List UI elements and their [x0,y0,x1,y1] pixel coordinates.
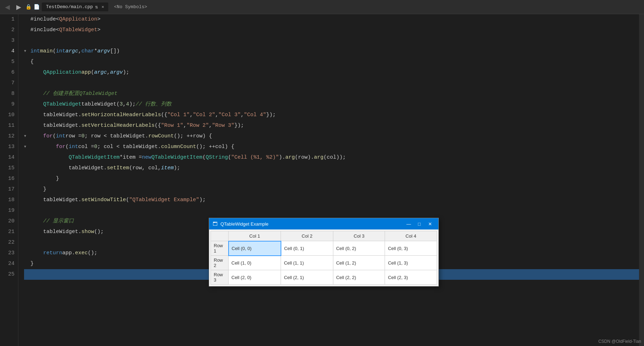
table-header-col2: Col 2 [281,231,333,241]
code-line-19 [24,205,639,216]
code-line-4: ▼ int main(int argc, char *argv[]) [24,46,639,57]
table-cell-0-1[interactable]: Cell (0, 1) [281,241,333,256]
code-line-12: ▼ for (int row = 0; row < tableWidget.ro… [24,131,639,142]
line-num-4: 4 [0,46,15,57]
line-num-2: 2 [0,25,15,35]
line-num-13: 13 [0,142,15,152]
code-line-7 [24,78,639,89]
code-line-8: // 创建并配置QTableWidget [24,89,639,99]
line-num-12: 12 [0,131,15,142]
table-row: Row 3 Cell (2, 0) Cell (2, 1) Cell (2, 2… [211,270,437,285]
table-cell-2-1[interactable]: Cell (2, 1) [281,270,333,285]
code-line-1: #include <QApplication> [24,14,639,25]
line-num-23: 23 [0,248,15,259]
line-num-6: 6 [0,67,15,78]
line-num-15: 15 [0,163,15,174]
table-row: Row 1 Cell (0, 0) Cell (0, 1) Cell (0, 2… [211,241,437,256]
line-num-7: 7 [0,78,15,89]
tab-arrows-icon[interactable]: ⇅ [95,4,98,10]
code-line-10: tableWidget.setHorizontalHeaderLabels({"… [24,110,639,120]
table-cell-2-0[interactable]: Cell (2, 0) [229,270,281,285]
table-header-col1: Col 1 [229,231,281,241]
file-tab-name: TestDemo/main.cpp [46,4,93,10]
line-num-17: 17 [0,184,15,195]
line-num-16: 16 [0,174,15,184]
line-num-22: 22 [0,237,15,248]
row-header-3: Row 3 [211,270,229,285]
row-header-2: Row 2 [211,256,229,270]
code-line-11: tableWidget.setVerticalHeaderLabels({"Ro… [24,120,639,131]
table-header-col4: Col 4 [385,231,437,241]
table-cell-0-3[interactable]: Cell (0, 3) [385,241,437,256]
win-minimize-button[interactable]: — [404,219,414,229]
code-editor[interactable]: #include <QApplication> #include <QTable… [18,14,639,346]
line-num-21: 21 [0,227,15,237]
code-line-9: QTableWidget tableWidget(3, 4); // 行数、列数 [24,99,639,110]
table-cell-0-2[interactable]: Cell (0, 2) [333,241,385,256]
forward-button[interactable]: ▶ [14,2,23,12]
line-num-20: 20 [0,216,15,227]
symbols-label: <No Symbols> [114,4,147,10]
line-numbers: 1 2 3 4 5 6 7 8 9 10 11 12 13 14 15 16 1… [0,14,18,346]
file-tab[interactable]: TestDemo/main.cpp ⇅ ✕ [42,2,108,11]
table-cell-1-1[interactable]: Cell (1, 1) [281,256,333,270]
line-num-9: 9 [0,99,15,110]
watermark: CSDN @OldField-Tian [598,339,641,344]
fold-arrow-13[interactable]: ▼ [24,142,30,152]
fold-arrow-12[interactable]: ▼ [24,131,30,142]
table-cell-0-0[interactable]: Cell (0, 0) [229,241,281,256]
table-cell-1-3[interactable]: Cell (1, 3) [385,256,437,270]
toolbar: ◀ ▶ 🔒 📄 TestDemo/main.cpp ⇅ ✕ <No Symbol… [0,0,644,14]
code-line-13: ▼ for (int col = 0; col < tableWidget.co… [24,142,639,152]
table-cell-2-3[interactable]: Cell (2, 3) [385,270,437,285]
right-panel [639,14,644,346]
lock-icon: 🔒 [25,4,31,10]
table-cell-2-2[interactable]: Cell (2, 2) [333,270,385,285]
win-table: Col 1 Col 2 Col 3 Col 4 Row 1 Cell (0, 0… [211,231,437,285]
back-button[interactable]: ◀ [3,2,12,12]
code-line-6: QApplication app(argc, argv); [24,67,639,78]
win-titlebar: 🗔 QTableWidget Example — □ ✕ [209,218,438,229]
win-table-wrapper: Col 1 Col 2 Col 3 Col 4 Row 1 Cell (0, 0… [209,229,438,286]
editor-container: 1 2 3 4 5 6 7 8 9 10 11 12 13 14 15 16 1… [0,14,644,346]
line-num-19: 19 [0,205,15,216]
code-line-15: tableWidget.setItem(row, col, item); [24,163,639,174]
table-cell-1-2[interactable]: Cell (1, 2) [333,256,385,270]
tab-close-icon[interactable]: ✕ [102,4,104,10]
win-close-button[interactable]: ✕ [425,219,435,229]
line-num-10: 10 [0,110,15,120]
table-row: Row 2 Cell (1, 0) Cell (1, 1) Cell (1, 2… [211,256,437,270]
row-header-1: Row 1 [211,241,229,256]
code-line-5: { [24,57,639,67]
table-header-empty [211,231,229,241]
win-title-text: QTableWidget Example [220,221,404,227]
line-num-5: 5 [0,57,15,67]
table-header-col3: Col 3 [333,231,385,241]
line-num-24: 24 [0,259,15,269]
line-num-18: 18 [0,195,15,205]
code-line-17: } [24,184,639,195]
win-app-icon: 🗔 [213,221,218,227]
table-cell-1-0[interactable]: Cell (1, 0) [229,256,281,270]
code-line-3 [24,35,639,46]
code-line-16: } [24,174,639,184]
line-num-11: 11 [0,120,15,131]
line-num-1: 1 [0,14,15,25]
fold-arrow-4[interactable]: ▼ [24,46,30,57]
line-num-25: 25 [0,269,15,280]
line-num-8: 8 [0,89,15,99]
win-controls: — □ ✕ [404,219,435,229]
code-line-14: QTableWidgetItem *item = new QTableWidge… [24,152,639,163]
code-line-2: #include <QTableWidget> [24,25,639,35]
floating-window: 🗔 QTableWidget Example — □ ✕ Col 1 Col 2… [209,218,439,287]
file-icon: 📄 [34,4,40,10]
code-line-18: tableWidget.setWindowTitle("QTableWidget… [24,195,639,205]
line-num-14: 14 [0,152,15,163]
line-num-3: 3 [0,35,15,46]
win-maximize-button[interactable]: □ [414,219,424,229]
table-header-row: Col 1 Col 2 Col 3 Col 4 [211,231,437,241]
